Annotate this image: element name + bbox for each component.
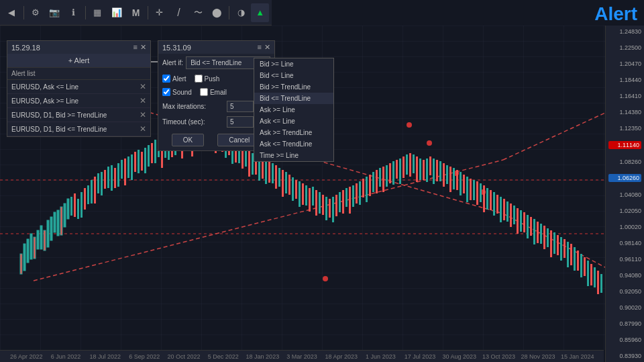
svg-rect-178 <box>577 251 579 271</box>
alert-item-2: EURUSD, Ask >= Line ✕ <box>7 94 150 108</box>
dropdown-item-0[interactable]: Bid >= Line <box>254 58 333 70</box>
svg-rect-41 <box>117 163 119 187</box>
svg-rect-30 <box>80 192 83 218</box>
settings-button[interactable]: ⚙ <box>27 3 45 22</box>
svg-rect-32 <box>87 185 89 204</box>
push-checkbox[interactable] <box>195 75 203 83</box>
svg-rect-174 <box>564 239 566 258</box>
back-button[interactable]: ◀ <box>3 3 21 22</box>
svg-rect-49 <box>144 148 146 173</box>
svg-rect-121 <box>386 165 388 187</box>
remove-alert-1[interactable]: ✕ <box>140 82 146 91</box>
timeout-label: Timeout (sec): <box>162 118 223 126</box>
svg-rect-122 <box>389 163 391 183</box>
dropdown-item-8[interactable]: Time >= Line <box>254 150 333 161</box>
alert-checkbox-label[interactable]: Alert <box>162 75 186 83</box>
max-iterations-input[interactable] <box>227 101 254 112</box>
svg-rect-94 <box>295 180 297 199</box>
svg-rect-130 <box>416 156 418 182</box>
dotchart-button[interactable]: ⬤ <box>208 3 226 22</box>
svg-rect-166 <box>537 222 539 243</box>
chart2-button[interactable]: 📊 <box>108 3 126 22</box>
arrow-up-button[interactable]: ▲ <box>251 3 269 22</box>
sound-checkbox-label[interactable]: Sound <box>162 88 192 96</box>
price-2: 1.20470 <box>608 60 641 67</box>
remove-alert-3[interactable]: ✕ <box>140 110 146 120</box>
dropdown-item-3[interactable]: Bid <= TrendLine <box>254 93 333 104</box>
remove-alert-4[interactable]: ✕ <box>140 124 146 134</box>
push-checkbox-label[interactable]: Push <box>195 75 220 83</box>
price-5: 1.14380 <box>608 109 641 116</box>
svg-rect-40 <box>114 168 116 188</box>
bar-chart-button[interactable]: ▦ <box>89 3 107 22</box>
svg-point-8 <box>427 140 432 146</box>
svg-rect-15 <box>30 234 32 259</box>
dropdown-item-1[interactable]: Bid <= Line <box>254 70 333 81</box>
svg-rect-101 <box>319 192 321 214</box>
dropdown-item-4[interactable]: Ask >= Line <box>254 104 333 116</box>
condition-label: Alert if: <box>162 59 183 66</box>
alert-item-4: EURUSD, D1, Bid <= TrendLine ✕ <box>7 122 150 136</box>
svg-rect-96 <box>302 183 304 205</box>
edit-close-icon[interactable]: ✕ <box>264 43 270 52</box>
add-alert-button[interactable]: + Alert <box>7 54 150 68</box>
svg-rect-84 <box>262 160 264 179</box>
svg-rect-168 <box>543 226 545 249</box>
svg-rect-39 <box>111 165 113 191</box>
svg-rect-120 <box>382 167 384 192</box>
alert-edit-header: 15.31.09 ≡ ✕ <box>158 41 274 54</box>
svg-rect-37 <box>104 170 106 189</box>
email-checkbox-label[interactable]: Email <box>200 88 227 96</box>
remove-alert-2[interactable]: ✕ <box>140 96 146 105</box>
sound-checkbox[interactable] <box>162 88 170 96</box>
svg-rect-87 <box>272 163 274 183</box>
menu-icon[interactable]: ≡ <box>133 43 138 52</box>
price-14: 0.96110 <box>608 256 641 263</box>
screenshot-button[interactable]: 📷 <box>46 3 64 22</box>
alert-list-title: Alert list <box>7 68 150 80</box>
diagonal-button[interactable]: / <box>170 3 188 22</box>
dropdown-item-2[interactable]: Bid >= TrendLine <box>254 81 333 93</box>
time-1: 6 Jun 2022 <box>46 353 86 360</box>
dropdown-item-5[interactable]: Ask <= Line <box>254 116 333 127</box>
svg-rect-34 <box>94 177 96 203</box>
svg-rect-31 <box>84 188 86 210</box>
info-button[interactable]: ℹ <box>65 3 83 22</box>
svg-rect-184 <box>597 271 599 294</box>
price-11: 1.02050 <box>608 208 641 214</box>
edit-menu-icon[interactable]: ≡ <box>258 43 262 52</box>
svg-rect-113 <box>359 181 361 205</box>
wave-button[interactable]: 〜 <box>189 3 207 22</box>
svg-rect-107 <box>339 192 341 212</box>
svg-rect-118 <box>376 170 378 193</box>
svg-rect-48 <box>141 152 143 171</box>
time-7: 3 Mar 2023 <box>282 353 322 360</box>
dropdown-popup: Bid >= Line Bid <= Line Bid >= TrendLine… <box>254 58 334 162</box>
alert-checkbox[interactable] <box>162 75 170 83</box>
price-scale: 1.24830 1.22500 1.20470 1.18440 1.16410 … <box>605 26 644 362</box>
dropdown-item-6[interactable]: Ask >= TrendLine <box>254 127 333 138</box>
toolbar: ◀ ⚙ 📷 ℹ ▦ 📊 M ✛ / 〜 ⬤ ◑ ▲ <box>0 0 272 26</box>
timeout-input[interactable] <box>227 116 254 128</box>
close-panel-icon[interactable]: ✕ <box>140 43 146 52</box>
svg-rect-153 <box>493 192 495 216</box>
dropdown-item-7[interactable]: Ask <= TrendLine <box>254 138 333 150</box>
price-17: 0.90020 <box>608 304 641 311</box>
svg-rect-24 <box>60 207 62 235</box>
svg-rect-47 <box>138 150 140 173</box>
svg-rect-13 <box>23 244 25 271</box>
price-15: 0.94080 <box>608 272 641 279</box>
email-checkbox[interactable] <box>200 88 208 96</box>
svg-rect-176 <box>570 244 572 265</box>
svg-rect-143 <box>460 172 462 195</box>
m-button[interactable]: M <box>127 3 145 22</box>
price-0: 1.24830 <box>608 28 641 35</box>
time-10: 17 Jul 2023 <box>400 353 440 360</box>
svg-rect-164 <box>530 217 532 236</box>
svg-rect-136 <box>436 160 438 181</box>
crosshair-button[interactable]: ✛ <box>151 3 169 22</box>
pie-button[interactable]: ◑ <box>232 3 250 22</box>
ok-button[interactable]: OK <box>172 134 204 146</box>
svg-rect-19 <box>44 230 46 251</box>
price-19: 0.85960 <box>608 336 641 343</box>
